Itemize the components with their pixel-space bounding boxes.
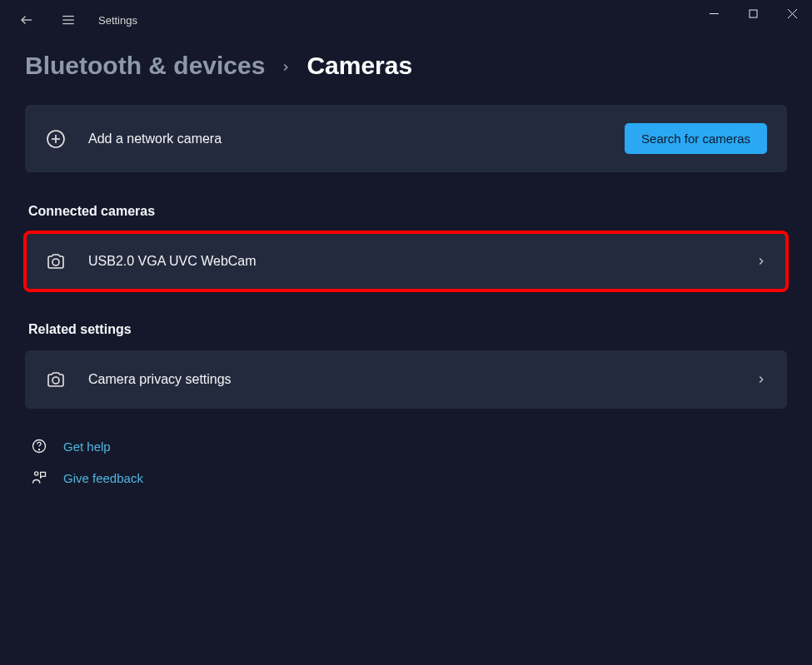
feedback-icon (30, 469, 48, 487)
related-item-label: Camera privacy settings (88, 372, 734, 387)
footer-links: Get help Give feedback (25, 437, 787, 487)
minimize-button[interactable] (695, 0, 734, 27)
get-help-link[interactable]: Get help (63, 439, 111, 454)
close-button[interactable] (773, 0, 812, 27)
window-controls (695, 0, 812, 27)
get-help-row[interactable]: Get help (25, 437, 787, 455)
add-network-camera-row: Add a network camera Search for cameras (25, 105, 787, 172)
svg-rect-1 (750, 10, 757, 17)
help-icon (30, 437, 48, 455)
connected-camera-item[interactable]: USB2.0 VGA UVC WebCam (25, 232, 787, 290)
camera-icon (45, 369, 67, 390)
app-title: Settings (98, 14, 137, 27)
back-button[interactable] (15, 8, 38, 32)
chevron-right-icon (755, 256, 767, 267)
add-camera-label: Add a network camera (88, 132, 603, 146)
maximize-button[interactable] (734, 0, 773, 27)
svg-point-12 (52, 377, 59, 384)
camera-privacy-settings-row[interactable]: Camera privacy settings (25, 350, 787, 409)
related-settings-title: Related settings (28, 322, 787, 337)
titlebar: Settings (0, 0, 812, 40)
chevron-right-icon (280, 62, 291, 73)
svg-point-14 (39, 449, 40, 450)
svg-point-11 (52, 259, 59, 266)
connected-cameras-title: Connected cameras (28, 204, 787, 219)
svg-point-15 (35, 472, 38, 475)
search-for-cameras-button[interactable]: Search for cameras (625, 123, 767, 154)
breadcrumb: Bluetooth & devices Cameras (25, 52, 787, 80)
camera-icon (45, 251, 67, 272)
chevron-right-icon (755, 374, 767, 385)
give-feedback-row[interactable]: Give feedback (25, 469, 787, 487)
camera-item-label: USB2.0 VGA UVC WebCam (88, 254, 734, 269)
plus-circle-icon (45, 128, 67, 150)
menu-button[interactable] (57, 8, 80, 32)
breadcrumb-current: Cameras (306, 52, 412, 80)
breadcrumb-parent[interactable]: Bluetooth & devices (25, 52, 265, 80)
give-feedback-link[interactable]: Give feedback (63, 471, 143, 485)
